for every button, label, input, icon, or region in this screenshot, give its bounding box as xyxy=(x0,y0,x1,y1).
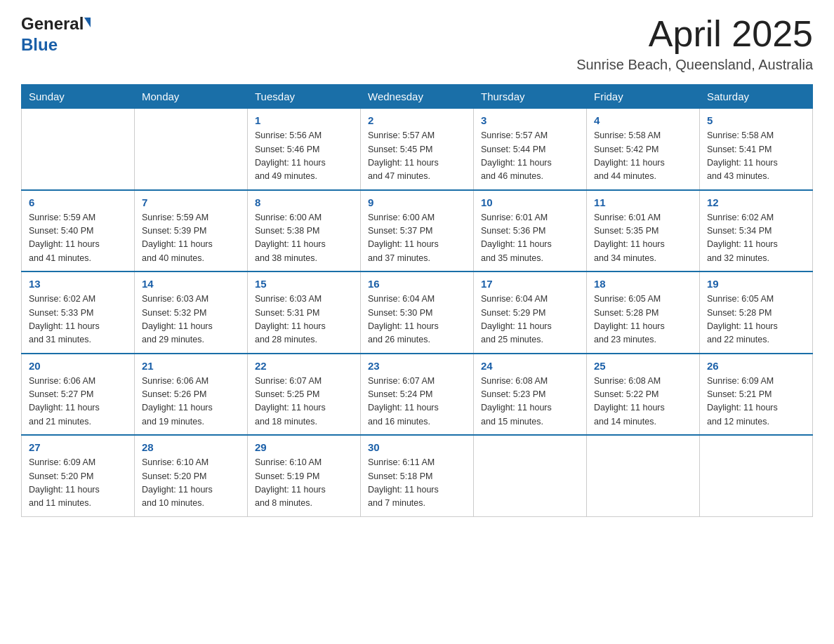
calendar-cell: 26Sunrise: 6:09 AMSunset: 5:21 PMDayligh… xyxy=(700,354,813,436)
calendar-cell xyxy=(700,435,813,516)
calendar-cell: 27Sunrise: 6:09 AMSunset: 5:20 PMDayligh… xyxy=(22,435,135,516)
day-info: Sunrise: 5:58 AMSunset: 5:41 PMDaylight:… xyxy=(707,129,805,184)
day-number: 9 xyxy=(368,196,466,208)
calendar-week-row: 13Sunrise: 6:02 AMSunset: 5:33 PMDayligh… xyxy=(22,271,813,354)
day-number: 28 xyxy=(142,441,240,453)
day-number: 1 xyxy=(255,114,353,126)
calendar-cell: 24Sunrise: 6:08 AMSunset: 5:23 PMDayligh… xyxy=(474,354,587,436)
logo-triangle-icon xyxy=(84,18,91,27)
day-number: 25 xyxy=(594,360,692,372)
calendar-cell: 29Sunrise: 6:10 AMSunset: 5:19 PMDayligh… xyxy=(248,435,361,516)
logo-general: General xyxy=(21,14,84,34)
day-info: Sunrise: 6:03 AMSunset: 5:31 PMDaylight:… xyxy=(255,293,353,347)
calendar-cell: 3Sunrise: 5:57 AMSunset: 5:44 PMDaylight… xyxy=(474,109,587,190)
calendar-cell: 13Sunrise: 6:02 AMSunset: 5:33 PMDayligh… xyxy=(22,271,135,354)
day-number: 13 xyxy=(29,278,127,290)
calendar-cell: 30Sunrise: 6:11 AMSunset: 5:18 PMDayligh… xyxy=(361,435,474,516)
day-info: Sunrise: 6:10 AMSunset: 5:19 PMDaylight:… xyxy=(255,456,353,511)
calendar-week-row: 27Sunrise: 6:09 AMSunset: 5:20 PMDayligh… xyxy=(22,435,813,516)
day-info: Sunrise: 6:01 AMSunset: 5:35 PMDaylight:… xyxy=(594,211,692,266)
calendar-cell: 5Sunrise: 5:58 AMSunset: 5:41 PMDaylight… xyxy=(700,109,813,190)
calendar-cell: 25Sunrise: 6:08 AMSunset: 5:22 PMDayligh… xyxy=(587,354,700,436)
day-info: Sunrise: 6:04 AMSunset: 5:29 PMDaylight:… xyxy=(481,293,579,347)
day-number: 20 xyxy=(29,360,127,372)
day-info: Sunrise: 6:02 AMSunset: 5:33 PMDaylight:… xyxy=(29,293,127,347)
day-number: 8 xyxy=(255,196,353,208)
day-number: 3 xyxy=(481,114,579,126)
day-number: 24 xyxy=(481,360,579,372)
day-number: 10 xyxy=(481,196,579,208)
page-header: General Blue April 2025 Sunrise Beach, Q… xyxy=(21,14,813,73)
column-header-saturday: Saturday xyxy=(700,85,813,109)
calendar-cell: 19Sunrise: 6:05 AMSunset: 5:28 PMDayligh… xyxy=(700,271,813,354)
calendar-cell xyxy=(587,435,700,516)
day-number: 7 xyxy=(142,196,240,208)
day-number: 11 xyxy=(594,196,692,208)
calendar-cell: 1Sunrise: 5:56 AMSunset: 5:46 PMDaylight… xyxy=(248,109,361,190)
day-number: 30 xyxy=(368,441,466,453)
calendar-cell: 18Sunrise: 6:05 AMSunset: 5:28 PMDayligh… xyxy=(587,271,700,354)
day-info: Sunrise: 5:57 AMSunset: 5:44 PMDaylight:… xyxy=(481,129,579,184)
column-header-friday: Friday xyxy=(587,85,700,109)
day-info: Sunrise: 6:05 AMSunset: 5:28 PMDaylight:… xyxy=(594,293,692,347)
calendar-cell: 4Sunrise: 5:58 AMSunset: 5:42 PMDaylight… xyxy=(587,109,700,190)
logo-blue: Blue xyxy=(21,35,58,54)
day-info: Sunrise: 6:03 AMSunset: 5:32 PMDaylight:… xyxy=(142,293,240,347)
day-info: Sunrise: 5:56 AMSunset: 5:46 PMDaylight:… xyxy=(255,129,353,184)
day-number: 16 xyxy=(368,278,466,290)
column-header-thursday: Thursday xyxy=(474,85,587,109)
calendar-cell: 17Sunrise: 6:04 AMSunset: 5:29 PMDayligh… xyxy=(474,271,587,354)
location-title: Sunrise Beach, Queensland, Australia xyxy=(576,57,813,73)
day-number: 12 xyxy=(707,196,805,208)
column-header-wednesday: Wednesday xyxy=(361,85,474,109)
day-number: 23 xyxy=(368,360,466,372)
calendar-table: SundayMondayTuesdayWednesdayThursdayFrid… xyxy=(21,84,813,517)
calendar-cell: 21Sunrise: 6:06 AMSunset: 5:26 PMDayligh… xyxy=(135,354,248,436)
day-info: Sunrise: 6:00 AMSunset: 5:38 PMDaylight:… xyxy=(255,211,353,266)
day-info: Sunrise: 6:07 AMSunset: 5:25 PMDaylight:… xyxy=(255,375,353,429)
calendar-cell: 14Sunrise: 6:03 AMSunset: 5:32 PMDayligh… xyxy=(135,271,248,354)
day-info: Sunrise: 6:11 AMSunset: 5:18 PMDaylight:… xyxy=(368,456,466,511)
day-info: Sunrise: 5:58 AMSunset: 5:42 PMDaylight:… xyxy=(594,129,692,184)
day-number: 17 xyxy=(481,278,579,290)
calendar-cell: 7Sunrise: 5:59 AMSunset: 5:39 PMDaylight… xyxy=(135,190,248,272)
day-number: 4 xyxy=(594,114,692,126)
calendar-cell: 23Sunrise: 6:07 AMSunset: 5:24 PMDayligh… xyxy=(361,354,474,436)
day-info: Sunrise: 6:00 AMSunset: 5:37 PMDaylight:… xyxy=(368,211,466,266)
calendar-cell: 15Sunrise: 6:03 AMSunset: 5:31 PMDayligh… xyxy=(248,271,361,354)
calendar-cell xyxy=(135,109,248,190)
calendar-week-row: 1Sunrise: 5:56 AMSunset: 5:46 PMDaylight… xyxy=(22,109,813,190)
day-info: Sunrise: 6:06 AMSunset: 5:27 PMDaylight:… xyxy=(29,375,127,429)
day-info: Sunrise: 6:04 AMSunset: 5:30 PMDaylight:… xyxy=(368,293,466,347)
day-info: Sunrise: 5:59 AMSunset: 5:40 PMDaylight:… xyxy=(29,211,127,266)
calendar-week-row: 6Sunrise: 5:59 AMSunset: 5:40 PMDaylight… xyxy=(22,190,813,272)
day-info: Sunrise: 6:02 AMSunset: 5:34 PMDaylight:… xyxy=(707,211,805,266)
day-info: Sunrise: 6:10 AMSunset: 5:20 PMDaylight:… xyxy=(142,456,240,511)
day-number: 18 xyxy=(594,278,692,290)
day-number: 14 xyxy=(142,278,240,290)
title-section: April 2025 Sunrise Beach, Queensland, Au… xyxy=(576,14,813,73)
day-info: Sunrise: 6:08 AMSunset: 5:22 PMDaylight:… xyxy=(594,375,692,429)
day-info: Sunrise: 6:06 AMSunset: 5:26 PMDaylight:… xyxy=(142,375,240,429)
day-number: 2 xyxy=(368,114,466,126)
day-info: Sunrise: 5:57 AMSunset: 5:45 PMDaylight:… xyxy=(368,129,466,184)
calendar-cell: 10Sunrise: 6:01 AMSunset: 5:36 PMDayligh… xyxy=(474,190,587,272)
day-number: 21 xyxy=(142,360,240,372)
day-info: Sunrise: 6:07 AMSunset: 5:24 PMDaylight:… xyxy=(368,375,466,429)
column-header-monday: Monday xyxy=(135,85,248,109)
calendar-cell xyxy=(474,435,587,516)
calendar-cell: 9Sunrise: 6:00 AMSunset: 5:37 PMDaylight… xyxy=(361,190,474,272)
column-header-tuesday: Tuesday xyxy=(248,85,361,109)
day-number: 5 xyxy=(707,114,805,126)
day-number: 15 xyxy=(255,278,353,290)
day-info: Sunrise: 6:09 AMSunset: 5:21 PMDaylight:… xyxy=(707,375,805,429)
calendar-week-row: 20Sunrise: 6:06 AMSunset: 5:27 PMDayligh… xyxy=(22,354,813,436)
month-title: April 2025 xyxy=(576,14,813,54)
day-number: 19 xyxy=(707,278,805,290)
calendar-cell: 8Sunrise: 6:00 AMSunset: 5:38 PMDaylight… xyxy=(248,190,361,272)
logo: General Blue xyxy=(21,14,91,55)
calendar-cell: 20Sunrise: 6:06 AMSunset: 5:27 PMDayligh… xyxy=(22,354,135,436)
calendar-cell: 2Sunrise: 5:57 AMSunset: 5:45 PMDaylight… xyxy=(361,109,474,190)
calendar-cell: 11Sunrise: 6:01 AMSunset: 5:35 PMDayligh… xyxy=(587,190,700,272)
calendar-cell: 12Sunrise: 6:02 AMSunset: 5:34 PMDayligh… xyxy=(700,190,813,272)
